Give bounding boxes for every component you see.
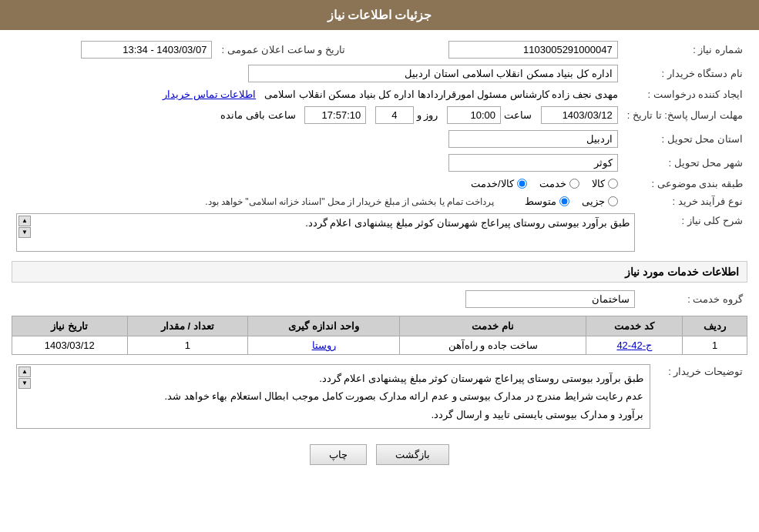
cell-row-num: 1 [683,336,747,355]
col-unit: واحد اندازه گیری [247,316,399,336]
notes-scroll-up[interactable]: ▲ [18,366,31,377]
cell-service-code[interactable]: ج-42-42 [586,336,683,355]
response-deadline-row: 1403/03/12 ساعت 10:00 روز و 4 17:57:10 س… [12,103,623,127]
info-table-top: شماره نیاز : 1103005291000047 تاریخ و سا… [12,38,747,210]
notes-scroll-down[interactable]: ▼ [18,378,31,389]
delivery-city-value: کوثر [12,151,623,175]
buyer-notes-box: ▲ ▼ طبق برآورد بیوستی روستای پیراعاج شهر… [16,364,650,429]
radio-kala-label: کالا [592,178,605,189]
print-button[interactable]: چاپ [310,444,367,465]
col-service-name: نام خدمت [400,316,586,336]
requester-value: مهدی نجف زاده کارشناس مسئول امورقرارداده… [12,85,623,103]
scroll-down-arrow[interactable]: ▼ [18,227,31,238]
category-radio-kala-khedmat[interactable]: کالا/خدمت [471,178,527,189]
response-time-box: 10:00 [447,106,501,124]
notes-content: طبق برآورد بیوستی روستای پیراعاج شهرستان… [23,370,643,423]
need-number-value: 1103005291000047 [361,38,623,62]
service-group-value: ساختمان [12,287,640,311]
table-row: 1 ج-42-42 ساخت جاده و راه‌آهن روستا 1 14… [12,336,747,355]
category-options: کالا خدمت کالا/خدمت [12,175,623,192]
radio-jozi[interactable] [608,196,618,206]
notes-table: توضیحات خریدار : ▲ ▼ طبق برآورد بیوستی ر… [12,361,747,432]
category-radio-khedmat[interactable]: خدمت [539,178,579,189]
description-cell: ▲ ▼ طبق برآورد بیوستی روستای پیراعاج شهر… [12,210,640,255]
purchase-type-row: جزیی متوسط پرداخت تمام یا بخشی از مبلغ خ… [12,192,623,210]
purchase-type-label: نوع فرآیند خرید : [623,192,747,210]
delivery-city-label: شهر محل تحویل : [623,151,747,175]
back-button[interactable]: بازگشت [376,444,449,465]
radio-mota-label: متوسط [525,196,556,207]
col-date: تاریخ نیاز [12,316,128,336]
radio-kala[interactable] [608,179,618,189]
response-days-box: 4 [375,106,414,124]
col-quantity: تعداد / مقدار [127,316,247,336]
buyer-org-value: اداره کل بنیاد مسکن انقلاب اسلامی استان … [12,62,623,85]
description-text: طبق برآورد بیوستی روستای پیراعاج شهرستان… [305,217,630,229]
purchase-type-note: پرداخت تمام یا بخشی از مبلغ خریدار از مح… [205,196,494,207]
announce-datetime-label: تاریخ و ساعت اعلان عمومی : [217,38,361,62]
purchase-type-jozi[interactable]: جزیی [582,196,618,207]
radio-khedmat[interactable] [569,179,579,189]
notes-scroll-arrows: ▲ ▼ [18,366,31,389]
need-number-label: شماره نیاز : [623,38,747,62]
buyer-notes-label: توضیحات خریدار : [655,361,747,432]
need-number-box: 1103005291000047 [448,41,618,59]
page-title: جزئیات اطلاعات نیاز [327,8,432,22]
page-wrapper: جزئیات اطلاعات نیاز شماره نیاز : 1103005… [0,0,759,532]
description-table: شرح کلی نیاز : ▲ ▼ طبق برآورد بیوستی روس… [12,210,747,255]
announce-datetime-box: 1403/03/07 - 13:34 [81,41,212,59]
buyer-notes-cell: ▲ ▼ طبق برآورد بیوستی روستای پیراعاج شهر… [12,361,655,432]
scroll-arrows: ▲ ▼ [18,216,31,238]
description-box: ▲ ▼ طبق برآورد بیوستی روستای پیراعاج شهر… [16,213,635,252]
cell-service-name: ساخت جاده و راه‌آهن [400,336,586,355]
service-group-box: ساختمان [465,290,635,308]
response-remaining-label: ساعت باقی مانده [220,109,295,121]
notes-line: عدم رعایت شرایط مندرج در مدارک بیوستی و … [23,387,643,405]
page-header: جزئیات اطلاعات نیاز [0,0,759,30]
buyer-org-label: نام دستگاه خریدار : [623,62,747,85]
response-date-box: 1403/03/12 [541,106,618,124]
category-radio-kala[interactable]: کالا [592,178,618,189]
services-section-title: اطلاعات خدمات مورد نیاز [12,261,747,283]
response-days-label: روز و [417,109,438,121]
response-time-label: ساعت [504,109,532,121]
requester-contact-link[interactable]: اطلاعات تماس خریدار [163,89,256,100]
scroll-up-arrow[interactable]: ▲ [18,216,31,226]
radio-jozi-label: جزیی [582,196,605,207]
requester-label: ایجاد کننده درخواست : [623,85,747,103]
requester-text: مهدی نجف زاده کارشناس مسئول امورقرارداده… [264,89,618,100]
col-row-num: ردیف [683,316,747,336]
radio-mota[interactable] [559,196,569,206]
notes-line: برآورد و مدارک بیوستی بایستی تایید و ارس… [23,406,643,423]
delivery-city-box: کوثر [448,154,618,172]
cell-quantity: 1 [127,336,247,355]
cell-date: 1403/03/12 [12,336,128,355]
cell-unit[interactable]: روستا [247,336,399,355]
services-table-header-row: ردیف کد خدمت نام خدمت واحد اندازه گیری ت… [12,316,747,336]
purchase-type-mota[interactable]: متوسط [525,196,569,207]
service-group-table: گروه خدمت : ساختمان [12,287,747,311]
buyer-org-box: اداره کل بنیاد مسکن انقلاب اسلامی استان … [248,65,618,82]
radio-kala-khedmat[interactable] [517,179,527,189]
response-deadline-label: مهلت ارسال پاسخ: تا تاریخ : [623,103,747,127]
services-table: ردیف کد خدمت نام خدمت واحد اندازه گیری ت… [12,316,747,355]
col-service-code: کد خدمت [586,316,683,336]
delivery-province-box: اردبیل [448,130,618,148]
description-label: شرح کلی نیاز : [640,210,747,255]
category-label: طبقه بندی موضوعی : [623,175,747,192]
delivery-province-label: استان محل تحویل : [623,127,747,151]
service-group-label: گروه خدمت : [640,287,747,311]
delivery-province-value: اردبیل [12,127,623,151]
action-buttons-row: چاپ بازگشت [12,444,747,465]
notes-line: طبق برآورد بیوستی روستای پیراعاج شهرستان… [23,370,643,387]
response-remaining-box: 17:57:10 [304,106,366,124]
radio-kala-khedmat-label: کالا/خدمت [471,178,514,189]
announce-datetime-value: 1403/03/07 - 13:34 [12,38,217,62]
radio-khedmat-label: خدمت [539,178,566,189]
main-content: شماره نیاز : 1103005291000047 تاریخ و سا… [0,30,759,480]
